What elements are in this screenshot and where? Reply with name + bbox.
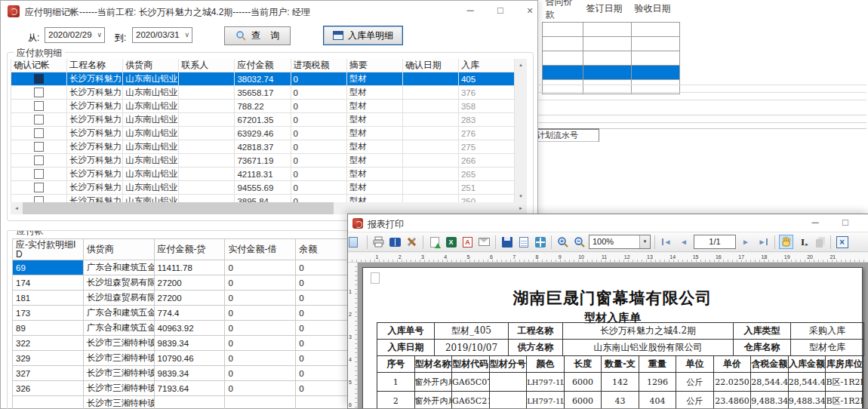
detail-column-header[interactable]: 应付金额: [235, 59, 291, 72]
account-column-header[interactable]: 供货商: [83, 239, 154, 260]
cell-tax: 0: [291, 168, 346, 181]
contract-row[interactable]: [543, 23, 680, 37]
chevron-down-icon[interactable]: ∨: [184, 28, 189, 42]
scrollbar-thumb[interactable]: [23, 202, 334, 214]
detail-row[interactable]: 长沙万科魅力... 山东南山铝业... 63929.46 0 型材 276: [11, 127, 515, 140]
account-row[interactable]: 322 长沙市三湘特种玻璃有限公司 9839.34 0 0: [13, 336, 349, 351]
to-date-combobox[interactable]: 2020/03/31 ∨: [132, 27, 192, 43]
maximize-button[interactable]: □: [833, 214, 858, 232]
close-button[interactable]: ×: [863, 214, 868, 232]
account-row[interactable]: 326 长沙市三湘特种玻璃有限公司 7193.64 0 0: [13, 381, 349, 396]
minimize-button[interactable]: ─: [802, 214, 828, 232]
minimize-button[interactable]: ─: [457, 1, 483, 22]
chevron-down-icon[interactable]: ∨: [97, 28, 102, 42]
detail-row[interactable]: 长沙万科魅力... 山东南山铝业... 42818.37 0 型材 275: [11, 140, 515, 154]
preview-area[interactable]: 123456 湖南巨晟门窗幕墙有限公司 型材入库单 入库单号 型材_405 工程…: [348, 263, 868, 409]
detail-row[interactable]: 长沙万科魅力... 山东南山铝业... 42118.31 0 型材 265: [11, 168, 515, 181]
account-row[interactable]: 69 广东合和建筑五金制品有限公司 11411.78 0 0: [13, 260, 349, 275]
save-icon[interactable]: [500, 235, 514, 249]
detail-column-header[interactable]: 摘要: [346, 59, 402, 72]
confirm-checkbox[interactable]: [34, 169, 44, 179]
scroll-down-icon[interactable]: ▼: [515, 190, 527, 202]
account-column-header[interactable]: 实付金额-借: [225, 239, 296, 260]
detail-column-header[interactable]: 联系人: [179, 59, 235, 72]
detail-row[interactable]: 长沙万科魅力... 山东南山铝业... 788.22 0 型材 358: [11, 100, 515, 113]
confirm-checkbox[interactable]: [34, 128, 44, 138]
confirm-checkbox[interactable]: [34, 142, 44, 152]
account-row[interactable]: 181 长沙坦森贸易有限公司 27200 0 0: [13, 291, 349, 306]
ruler-number: 3: [348, 334, 357, 357]
document-icon[interactable]: [516, 235, 531, 249]
prev-page-icon[interactable]: ◄: [676, 238, 691, 246]
from-date-combobox[interactable]: 2020/02/29 ∨: [45, 27, 105, 43]
book-icon[interactable]: [388, 235, 402, 249]
detail-column-header[interactable]: 工程名称: [67, 59, 123, 72]
account-row[interactable]: 173 广东合和建筑五金制品有限公司 774.4 0 0: [13, 306, 349, 321]
scroll-right-icon[interactable]: ►: [515, 202, 527, 214]
account-row[interactable]: 174 长沙坦森贸易有限公司 27200 0 0: [13, 275, 349, 291]
detail-row[interactable]: 长沙万科魅力... 山东南山铝业... 38032.74 0 型材 405: [11, 72, 515, 86]
cell-confirm-date: [402, 168, 458, 181]
scroll-up-icon[interactable]: ▲: [515, 59, 527, 71]
page-indicator[interactable]: 1/1: [694, 235, 736, 249]
mail-icon[interactable]: [477, 235, 491, 249]
next-page-icon[interactable]: ►: [738, 238, 753, 246]
item-row: 1 窗外开内扇 GA65C07 LH797-1LL 6000 142 1296 …: [377, 373, 863, 392]
close-button[interactable]: ×: [517, 1, 543, 22]
confirm-checkbox[interactable]: [34, 101, 44, 111]
horizontal-scrollbar[interactable]: ◄ ►: [11, 202, 527, 214]
maximize-button[interactable]: □: [488, 1, 513, 22]
first-page-icon[interactable]: ◄: [659, 238, 674, 246]
copy-icon[interactable]: [812, 235, 826, 249]
account-row[interactable]: 327 长沙市三湘特种玻璃有限公司 9839.34 0 0: [13, 366, 349, 381]
account-column-header[interactable]: 余额: [296, 239, 348, 260]
ruler-number: 6: [469, 253, 492, 262]
tools-icon[interactable]: [405, 235, 419, 249]
chevron-down-icon[interactable]: ▼: [639, 235, 650, 248]
detail-column-header[interactable]: 入库: [458, 59, 514, 72]
close-preview-icon[interactable]: ×: [835, 235, 849, 249]
detail-column-header[interactable]: 确认日期: [402, 59, 458, 72]
confirm-checkbox[interactable]: [34, 88, 44, 97]
detail-row[interactable]: 长沙万科魅力... 山东南山铝业... 67201.35 0 型材 283: [11, 113, 515, 127]
cell-summary: 型材: [346, 154, 402, 168]
account-row[interactable]: 长沙市三湘特种玻璃有限公司: [13, 396, 349, 409]
titlebar[interactable]: 报表打印 ─ □ ×: [348, 214, 868, 232]
confirm-checkbox[interactable]: [34, 183, 44, 192]
contract-row[interactable]: [543, 37, 680, 51]
print-icon[interactable]: [371, 235, 386, 249]
detail-row[interactable]: 长沙万科魅力... 山东南山铝业... 94555.69 0 型材 251: [11, 181, 515, 195]
contract-row[interactable]: [543, 51, 680, 66]
detail-column-header[interactable]: 确认记帐: [11, 59, 67, 72]
confirm-checkbox[interactable]: [34, 115, 44, 125]
vertical-scrollbar[interactable]: ▲ ▼: [515, 59, 527, 202]
detail-row[interactable]: 长沙万科魅力... 山东南山铝业... 73671.19 0 型材 266: [11, 154, 515, 168]
account-row[interactable]: 89 广东合和建筑五金制品有限公司 40963.92 0 0: [13, 321, 349, 336]
titlebar[interactable]: 应付明细记帐------当前工程: 长沙万科魅力之城4.2期------当前用户…: [1, 1, 537, 22]
cell-confirm-date: [402, 100, 458, 113]
account-column-header[interactable]: 应付金额-贷: [154, 239, 225, 260]
text-select-icon[interactable]: I: [796, 235, 810, 249]
confirm-checkbox[interactable]: [34, 74, 44, 84]
last-page-icon[interactable]: ►: [756, 238, 771, 246]
query-button[interactable]: 查 询: [224, 26, 291, 45]
archive-icon[interactable]: [533, 235, 547, 249]
account-row[interactable]: 329 长沙市三湘特种玻璃有限公司 10790.46 0 0: [13, 351, 349, 366]
contract-row-selected[interactable]: [543, 66, 680, 80]
detail-row[interactable]: 长沙万科魅力... 山东南山铝业... 35658.17 0 型材 376: [11, 86, 515, 100]
zoom-in-icon[interactable]: [556, 235, 570, 249]
zoom-level-combobox[interactable]: 100% ▼: [589, 235, 651, 249]
confirm-checkbox[interactable]: [34, 155, 44, 165]
inbound-detail-button[interactable]: 入库单明细: [323, 26, 403, 45]
zoom-out-icon[interactable]: [572, 235, 586, 249]
detail-column-header[interactable]: 进项税额: [291, 59, 346, 72]
excel-export-icon[interactable]: X: [444, 235, 458, 249]
pdf-export-icon[interactable]: A: [460, 235, 475, 249]
scroll-left-icon[interactable]: ◄: [11, 202, 23, 214]
account-column-header[interactable]: 应-实付款明细ID: [13, 239, 84, 260]
window-layout-icon[interactable]: [349, 235, 363, 249]
detail-column-header[interactable]: 供货商: [123, 59, 179, 72]
hand-tool-icon[interactable]: [779, 235, 793, 249]
cell-credit: 0: [225, 336, 296, 351]
export-icon[interactable]: [427, 235, 442, 249]
